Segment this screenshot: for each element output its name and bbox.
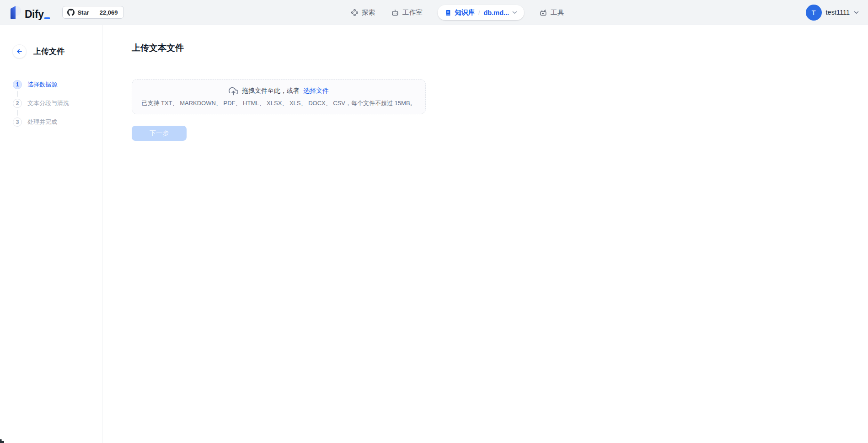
username: test1111 xyxy=(826,9,850,16)
breadcrumb-separator: / xyxy=(478,9,480,16)
explore-icon xyxy=(351,9,359,16)
book-icon xyxy=(444,9,451,16)
browse-files-link[interactable]: 选择文件 xyxy=(303,87,329,95)
step-number-badge: 2 xyxy=(13,99,22,108)
step-label: 文本分段与清洗 xyxy=(27,99,69,107)
sidebar-title: 上传文件 xyxy=(33,46,64,57)
wizard-steps: 1 选择数据源 2 文本分段与清洗 3 处理并完成 xyxy=(0,80,102,127)
github-star-widget[interactable]: Star 22,069 xyxy=(62,6,123,19)
chevron-down-icon[interactable] xyxy=(512,11,517,14)
top-header-bar: Dify Star 22,069 探索 xyxy=(0,0,868,25)
nav-label-tools: 工具 xyxy=(551,8,564,17)
step-text-segmentation: 2 文本分段与清洗 xyxy=(0,99,102,108)
nav-label-studio: 工作室 xyxy=(402,8,423,17)
supported-formats-hint: 已支持 TXT、 MARKDOWN、 PDF、 HTML、 XLSX、 XLS、… xyxy=(141,99,416,107)
nav-item-tools[interactable]: 工具 xyxy=(538,5,565,20)
step-choose-datasource: 1 选择数据源 xyxy=(0,80,102,89)
dify-logo-icon xyxy=(9,5,22,20)
step-connector xyxy=(17,91,18,97)
upload-wizard-sidebar: 上传文件 1 选择数据源 2 文本分段与清洗 3 处理并完成 xyxy=(0,25,102,443)
dropzone-primary-line: 拖拽文件至此，或者 选择文件 xyxy=(229,86,329,96)
upload-cloud-icon xyxy=(229,86,238,96)
github-star-label: Star xyxy=(77,9,89,16)
step-label: 处理并完成 xyxy=(27,118,57,126)
nav-label-knowledge[interactable]: 知识库 xyxy=(455,8,475,17)
file-dropzone[interactable]: 拖拽文件至此，或者 选择文件 已支持 TXT、 MARKDOWN、 PDF、 H… xyxy=(132,79,426,114)
github-star-count[interactable]: 22,069 xyxy=(94,6,123,18)
nav-label-explore: 探索 xyxy=(362,8,375,17)
step-process-complete: 3 处理并完成 xyxy=(0,117,102,127)
step-label: 选择数据源 xyxy=(27,80,57,89)
main-nav: 探索 工作室 知 xyxy=(350,0,565,25)
nav-item-studio[interactable]: 工作室 xyxy=(390,5,423,20)
robot-icon xyxy=(391,9,399,17)
chevron-down-icon xyxy=(854,11,859,14)
logo-text: Dify xyxy=(25,9,43,20)
nav-item-knowledge-active[interactable]: 知识库 / db.md... xyxy=(437,5,524,20)
logo-underscore xyxy=(44,17,50,19)
account-menu[interactable]: T test1111 xyxy=(806,5,859,21)
step-number-badge: 3 xyxy=(13,117,22,127)
toolbox-icon xyxy=(539,9,547,17)
page-title: 上传文本文件 xyxy=(132,42,184,54)
arrow-left-icon xyxy=(16,48,23,55)
header-left: Dify Star 22,069 xyxy=(9,5,124,20)
nav-item-explore[interactable]: 探索 xyxy=(350,5,376,20)
main-content: 上传文本文件 拖拽文件至此，或者 选择文件 已支持 TXT、 MARKDOWN、… xyxy=(103,25,868,443)
page: Dify Star 22,069 探索 xyxy=(0,0,868,443)
dify-logo[interactable]: Dify xyxy=(9,5,50,20)
drag-text: 拖拽文件至此，或者 xyxy=(242,87,300,95)
step-connector xyxy=(17,110,18,116)
sidebar-header: 上传文件 xyxy=(12,44,102,59)
github-star-button[interactable]: Star xyxy=(63,6,93,18)
step-number-badge: 1 xyxy=(13,80,22,89)
github-icon xyxy=(67,9,75,16)
back-button[interactable] xyxy=(12,44,27,59)
avatar[interactable]: T xyxy=(806,5,822,21)
next-step-button[interactable]: 下一步 xyxy=(132,126,187,141)
current-dataset-name[interactable]: db.md... xyxy=(484,9,509,16)
